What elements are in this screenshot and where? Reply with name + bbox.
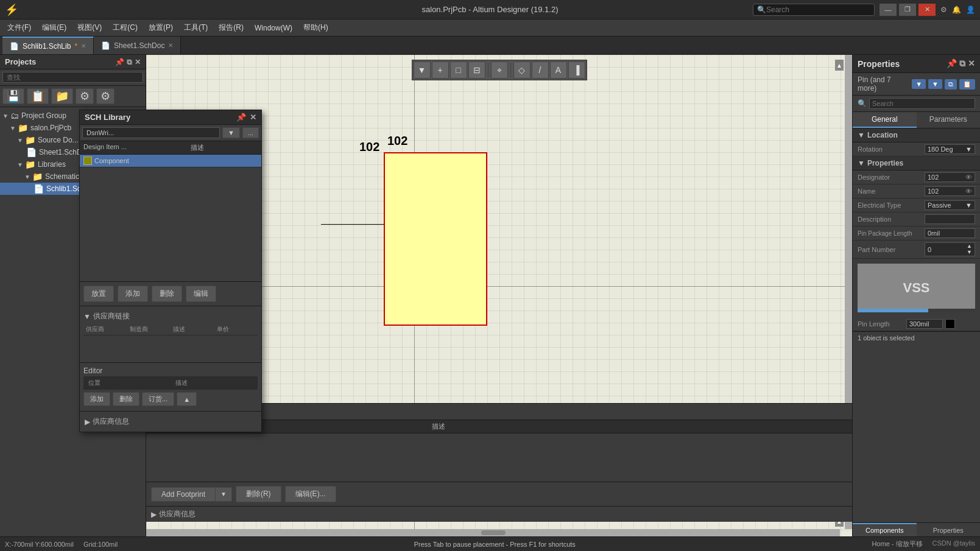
panel-settings-btn[interactable]: ⚙ <box>76 88 94 104</box>
horizontal-scrollbar[interactable] <box>146 529 840 536</box>
menu-view[interactable]: 视图(V) <box>72 21 107 35</box>
tab-schlib-close[interactable]: ✕ <box>81 43 86 49</box>
menu-help[interactable]: 帮助(H) <box>298 21 333 35</box>
menu-reports[interactable]: 报告(R) <box>214 21 249 35</box>
rotation-value[interactable]: 180 Deg ▼ <box>925 144 975 154</box>
menu-window[interactable]: Window(W) <box>250 22 297 34</box>
filter-options[interactable]: ▼ <box>928 79 942 89</box>
panel-title: Projects <box>5 57 36 66</box>
list-item[interactable]: Component <box>80 155 261 167</box>
status-message: Press Tab to pause placement - Press F1 … <box>414 541 576 548</box>
sch-lib-search-input[interactable] <box>82 127 220 138</box>
delete-r-button[interactable]: 删除(R) <box>236 486 281 502</box>
scrollbar-thumb[interactable] <box>481 530 506 535</box>
desc-value-box[interactable] <box>925 214 975 224</box>
menu-place[interactable]: 放置(P) <box>144 21 178 35</box>
name-eye-icon[interactable]: 👁 <box>965 188 972 195</box>
toolbar-text-btn[interactable]: A <box>550 61 567 79</box>
pin-length-value[interactable]: 300mil <box>906 319 943 329</box>
toolbar-add-btn[interactable]: + <box>432 61 449 79</box>
color-swatch[interactable] <box>945 319 955 329</box>
filter-button[interactable]: ▼ <box>912 79 926 89</box>
part-num-value-box[interactable]: 0 ▲ ▼ <box>925 242 975 256</box>
designator-input[interactable] <box>928 174 964 181</box>
sch-lib-close-btn[interactable]: ✕ <box>250 113 256 122</box>
panel-save-btn[interactable]: 💾 <box>2 88 24 104</box>
sch-lib-search-dropdown[interactable]: ▼ <box>222 127 240 138</box>
place-button[interactable]: 放置 <box>83 286 114 302</box>
notification-icon[interactable]: 🔔 <box>952 5 961 14</box>
tab-sheet-close[interactable]: ✕ <box>168 42 173 49</box>
panel-config-btn[interactable]: ⚙ <box>96 88 115 104</box>
editor-buttons: 添加 删除 订货... ▲ <box>83 390 258 409</box>
title-search-box[interactable]: 🔍 <box>753 4 875 16</box>
filter-paste[interactable]: 📋 <box>959 79 975 89</box>
menu-edit[interactable]: 编辑(E) <box>37 21 71 35</box>
panel-copy-btn[interactable]: 📋 <box>27 88 49 104</box>
toolbar-filter-btn[interactable]: ▼ <box>414 61 431 79</box>
sch-lib-search-options[interactable]: ... <box>242 127 259 138</box>
part-num-up-icon[interactable]: ▲ <box>967 244 972 249</box>
elec-type-label: Electrical Type <box>858 202 925 209</box>
properties-section-header[interactable]: ▼ Properties <box>853 156 980 170</box>
toolbar-select-btn[interactable]: □ <box>450 61 467 79</box>
bottom-tab-properties[interactable]: Properties <box>917 523 981 536</box>
tab-sheet[interactable]: 📄 Sheet1.SchDoc ✕ <box>94 37 181 54</box>
add-footprint-dropdown[interactable]: ▼ <box>216 487 232 502</box>
tab-parameters[interactable]: Parameters <box>917 112 981 128</box>
editor-add-btn[interactable]: 添加 <box>83 392 110 406</box>
panel-folder-btn[interactable]: 📁 <box>51 88 73 104</box>
minimize-button[interactable]: — <box>880 4 897 16</box>
name-value-box[interactable]: 👁 <box>925 186 975 196</box>
menu-project[interactable]: 工程(C) <box>108 21 143 35</box>
toolbar-pin-btn[interactable]: ⌖ <box>491 61 508 79</box>
right-panel-close-icon[interactable]: ✕ <box>968 58 975 69</box>
tree-expand-icon-3: ▼ <box>17 137 23 144</box>
pin-pkg-value-box[interactable]: 0mil <box>925 228 975 238</box>
component-box[interactable] <box>384 152 487 326</box>
panel-pin-icon[interactable]: 📌 <box>115 58 124 66</box>
toolbar-align-btn[interactable]: ⊟ <box>468 61 485 79</box>
add-button[interactable]: 添加 <box>118 286 148 302</box>
props-search-input[interactable] <box>869 98 975 109</box>
editor-order-btn[interactable]: 订货... <box>142 392 174 406</box>
delete-button[interactable]: 删除 <box>152 286 182 302</box>
toolbar-line-btn[interactable]: / <box>532 61 549 79</box>
part-num-down-icon[interactable]: ▼ <box>967 250 972 255</box>
panel-popout-icon[interactable]: ⧉ <box>127 58 132 66</box>
add-footprint-button[interactable]: Add Footprint <box>151 487 216 502</box>
title-search-input[interactable] <box>766 5 864 14</box>
tab-schlib[interactable]: 📄 Schlib1.SchLib * ✕ <box>2 37 94 54</box>
sch-lib-pin-icon[interactable]: 📌 <box>236 113 246 122</box>
user-icon[interactable]: 👤 <box>966 5 975 14</box>
right-panel-pin-icon[interactable]: 📌 <box>947 58 957 69</box>
desc-input[interactable] <box>928 216 972 223</box>
maximize-button[interactable]: ❐ <box>899 4 916 16</box>
close-button[interactable]: ✕ <box>918 4 936 16</box>
menu-file[interactable]: 文件(F) <box>2 21 36 35</box>
supplier-header[interactable]: ▼ 供应商链接 <box>83 309 258 324</box>
component-label-inner: 102 <box>387 134 407 148</box>
editor-up-btn[interactable]: ▲ <box>177 392 197 406</box>
supplier-info-header[interactable]: ▶ 供应商信息 <box>85 414 256 429</box>
panel-close-icon[interactable]: ✕ <box>135 58 141 66</box>
right-panel-popout-icon[interactable]: ⧉ <box>959 58 965 69</box>
toolbar-diamond-btn[interactable]: ◇ <box>513 61 531 79</box>
edit-button[interactable]: 编辑 <box>186 286 216 302</box>
toolbar-part-btn[interactable]: ▐ <box>568 61 585 79</box>
designator-eye-icon[interactable]: 👁 <box>965 174 972 181</box>
menu-tools[interactable]: 工具(T) <box>179 21 213 35</box>
elec-type-value-box[interactable]: Passive ▼ <box>925 200 975 210</box>
designator-value-box[interactable]: 👁 <box>925 172 975 182</box>
bottom-supplier-info-header[interactable]: ▶ 供应商信息 <box>151 509 847 519</box>
panel-search-input[interactable] <box>2 72 143 83</box>
name-input[interactable] <box>928 188 964 195</box>
settings-icon[interactable]: ⚙ <box>940 5 947 14</box>
bottom-tab-components[interactable]: Components <box>853 523 917 536</box>
edit-e-button[interactable]: 编辑(E)... <box>285 486 336 502</box>
canvas-collapse-top[interactable]: ▲ <box>835 60 844 71</box>
filter-copy[interactable]: ⧉ <box>945 79 957 89</box>
location-section-header[interactable]: ▼ Location <box>853 128 980 142</box>
editor-delete-btn[interactable]: 删除 <box>113 392 139 406</box>
tab-general[interactable]: General <box>853 112 917 128</box>
